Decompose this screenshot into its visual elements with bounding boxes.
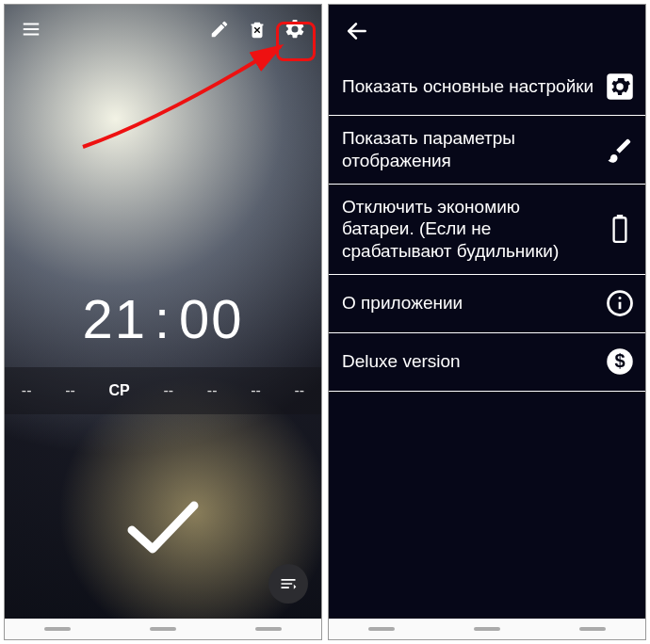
day-5[interactable]: -- — [251, 382, 261, 399]
day-1[interactable]: -- — [65, 382, 75, 399]
gear-icon — [604, 71, 636, 103]
time-colon: : — [147, 288, 179, 349]
day-3[interactable]: -- — [163, 382, 173, 399]
back-icon[interactable] — [338, 12, 376, 50]
settings-item-label: Deluxe version — [342, 350, 594, 373]
nav-back[interactable] — [579, 627, 606, 631]
settings-top-bar — [329, 5, 645, 57]
phone-right: Показать основные настройки Показать пар… — [328, 4, 646, 640]
dollar-icon: $ — [604, 346, 636, 378]
day-2[interactable]: СР — [109, 382, 130, 399]
svg-text:$: $ — [614, 351, 625, 372]
settings-item-label: О приложении — [342, 292, 594, 314]
day-4[interactable]: -- — [207, 382, 218, 399]
nav-recent[interactable] — [44, 627, 71, 631]
nav-bar — [5, 619, 321, 639]
settings-item-label: Показать параметры отображения — [342, 127, 594, 172]
settings-item-deluxe[interactable]: Deluxe version $ — [329, 333, 645, 392]
time-minutes: 00 — [179, 288, 244, 349]
settings-item-main[interactable]: Показать основные настройки — [329, 57, 645, 116]
nav-recent[interactable] — [368, 627, 395, 631]
svg-rect-5 — [614, 217, 626, 242]
nav-home[interactable] — [474, 627, 500, 631]
settings-item-label: Показать основные настройки — [342, 75, 594, 98]
day-6[interactable]: -- — [294, 382, 304, 399]
edit-icon[interactable] — [201, 10, 238, 48]
settings-item-label: Отключить экономию батареи. (Если не сра… — [342, 196, 594, 263]
delete-icon[interactable] — [238, 10, 276, 48]
settings-icon[interactable] — [276, 10, 314, 48]
brush-icon — [604, 134, 636, 166]
settings-item-battery[interactable]: Отключить экономию батареи. (Если не сра… — [329, 185, 645, 275]
nav-home[interactable] — [150, 627, 176, 631]
settings-screen: Показать основные настройки Показать пар… — [329, 5, 645, 639]
svg-rect-6 — [617, 215, 623, 217]
battery-icon — [604, 213, 636, 245]
days-row: -- -- СР -- -- -- -- — [5, 367, 321, 414]
top-bar — [5, 5, 321, 54]
nav-back[interactable] — [255, 627, 282, 631]
svg-point-9 — [619, 297, 622, 299]
settings-list: Показать основные настройки Показать пар… — [329, 57, 645, 392]
info-icon — [604, 287, 636, 319]
alarm-time[interactable]: 21:00 — [5, 287, 321, 350]
phone-left: 21:00 -- -- СР -- -- -- -- — [4, 4, 322, 640]
settings-item-about[interactable]: О приложении — [329, 275, 645, 333]
time-hours: 21 — [82, 288, 147, 349]
nav-bar — [329, 619, 645, 639]
confirm-button[interactable] — [121, 494, 205, 564]
svg-rect-4 — [607, 73, 633, 100]
alarm-screen: 21:00 -- -- СР -- -- -- -- — [5, 5, 321, 639]
settings-item-display[interactable]: Показать параметры отображения — [329, 116, 645, 185]
annotation-arrow — [78, 39, 290, 152]
day-0[interactable]: -- — [22, 382, 32, 399]
sound-fab[interactable] — [268, 564, 308, 604]
menu-icon[interactable] — [12, 10, 50, 48]
